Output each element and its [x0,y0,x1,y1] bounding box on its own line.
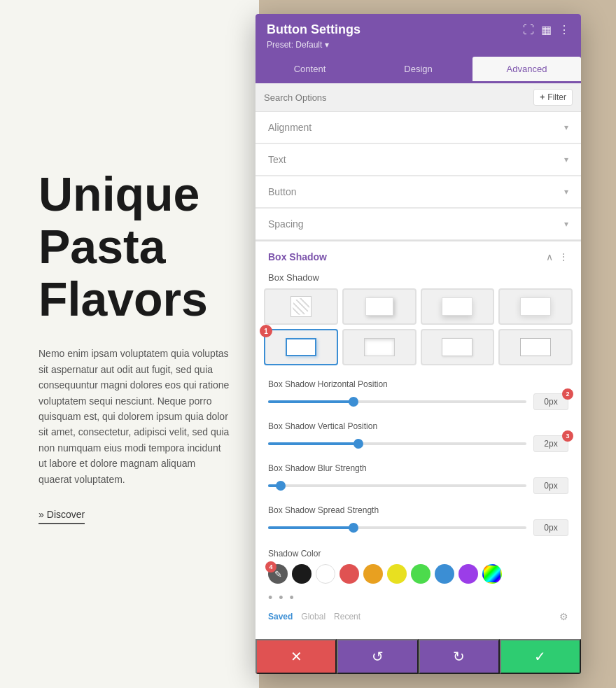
shadow-box-6-preview [442,338,472,356]
swatch-black[interactable] [292,564,312,584]
preset-tab-saved[interactable]: Saved [268,612,293,622]
shadow-box-2-preview [442,297,472,316]
slider-horizontal-value: 0px 2 [533,393,568,410]
slider-blur-strength: Box Shadow Blur Strength 0px [255,458,581,500]
page-content: Unique Pasta Flavors Nemo enim ipsam vol… [0,0,259,688]
preset-row: Saved Global Recent ⚙ [255,608,581,628]
section-text-label: Text [268,154,286,165]
shadow-box-5-preview [364,338,395,356]
undo-button[interactable]: ↺ [337,639,418,674]
shadow-option-none[interactable] [264,288,338,325]
section-spacing[interactable]: Spacing ▾ [255,208,581,240]
swatch-green[interactable] [411,564,430,584]
slider-vertical-position: Box Shadow Vertical Position 2px 3 [255,416,581,458]
more-options-icon[interactable]: ⋮ [559,23,570,36]
gear-icon[interactable]: ⚙ [559,611,568,622]
panel-search: Filter [255,83,581,112]
color-swatches: 4 ✎ [268,564,568,584]
slider-horizontal-position: Box Shadow Horizontal Position 0px 2 [255,374,581,416]
shadow-none-preview [290,296,312,317]
filter-button[interactable]: Filter [533,89,573,106]
swatch-white[interactable] [316,564,335,584]
slider-spread-value: 0px [533,519,568,536]
shadow-option-4[interactable]: 1 [264,329,338,365]
tab-advanced[interactable]: Advanced [472,57,581,83]
shadow-option-5[interactable] [342,329,416,365]
slider-vertical-label: Box Shadow Vertical Position [268,421,568,431]
collapse-icon[interactable]: ∧ [546,251,553,262]
layout-icon[interactable]: ▦ [541,23,552,36]
panel-footer: ✕ ↺ ↻ ✓ [255,639,581,674]
slider-vertical-badge: 3 [562,430,573,442]
swatch-orange[interactable] [363,564,383,584]
more-swatches-button[interactable]: • • • [255,588,581,608]
box-shadow-header: Box Shadow ∧ ⋮ [255,241,581,269]
swatch-blue[interactable] [435,564,454,584]
slider-horizontal-label: Box Shadow Horizontal Position [268,379,568,389]
section-text[interactable]: Text ▾ [255,143,581,176]
panel-body: Alignment ▾ Text ▾ Button ▾ Spacing ▾ Bo… [255,112,581,639]
eyedropper-swatch[interactable]: 4 ✎ [268,564,288,584]
panel-header-icons: ⛶ ▦ ⋮ [523,23,570,36]
shadow-option-4-badge: 1 [260,325,272,337]
box-shadow-title: Box Shadow [268,251,327,262]
cancel-button[interactable]: ✕ [255,639,337,674]
redo-button[interactable]: ↻ [419,639,500,674]
slider-horizontal-badge: 2 [562,388,573,400]
chevron-down-icon: ▾ [564,155,568,164]
shadow-option-6[interactable] [421,329,495,365]
tab-content[interactable]: Content [255,57,364,83]
tab-design[interactable]: Design [364,57,472,83]
section-alignment[interactable]: Alignment ▾ [255,112,581,143]
shadow-option-7[interactable] [498,329,573,365]
swatch-red[interactable] [340,564,359,584]
slider-horizontal-control: 0px 2 [268,393,568,410]
shadow-option-3[interactable] [498,288,573,325]
box-shadow-more-icon[interactable]: ⋮ [559,251,568,262]
section-button-label: Button [268,186,296,197]
discover-link[interactable]: Discover [38,509,85,524]
shadow-box-3-preview [520,297,551,316]
slider-spread-track[interactable] [268,526,526,529]
settings-panel: Button Settings ⛶ ▦ ⋮ Preset: Default Co… [255,14,581,674]
color-label: Shadow Color [268,549,568,559]
shadow-style-grid: 1 [255,288,581,374]
preset-tab-global[interactable]: Global [301,612,326,622]
chevron-down-icon: ▾ [564,122,568,132]
slider-vertical-control: 2px 3 [268,435,568,452]
shadow-box-4-preview [286,338,316,356]
chevron-down-icon: ▾ [564,187,568,197]
fullscreen-icon[interactable]: ⛶ [523,24,534,36]
slider-blur-track[interactable] [268,484,526,487]
swatch-rainbow[interactable] [482,564,502,584]
page-body: Nemo enim ipsam voluptatem quia voluptas… [38,346,231,487]
shadow-option-2[interactable] [421,288,495,325]
page-title: Unique Pasta Flavors [38,168,231,325]
slider-blur-label: Box Shadow Blur Strength [268,463,568,473]
shadow-box-1-preview [365,297,393,316]
slider-horizontal-track[interactable] [268,400,526,403]
panel-header-top: Button Settings ⛶ ▦ ⋮ [267,22,570,37]
slider-vertical-track[interactable] [268,442,526,445]
box-shadow-icons: ∧ ⋮ [546,251,568,262]
preset-tab-recent[interactable]: Recent [334,612,360,622]
slider-blur-control: 0px [268,477,568,494]
section-spacing-label: Spacing [268,218,304,230]
shadow-options-label: Box Shadow [255,269,581,288]
confirm-button[interactable]: ✓ [500,639,581,674]
chevron-down-icon: ▾ [564,219,568,229]
section-alignment-label: Alignment [268,122,312,133]
panel-title: Button Settings [267,22,360,37]
slider-blur-value: 0px [533,477,568,494]
search-input[interactable] [264,92,533,103]
section-button[interactable]: Button ▾ [255,176,581,208]
shadow-option-1[interactable] [342,288,416,325]
box-shadow-section: Box Shadow ∧ ⋮ Box Shadow [255,240,581,639]
panel-tabs: Content Design Advanced [255,57,581,83]
slider-spread-control: 0px [268,519,568,536]
swatch-yellow[interactable] [387,564,407,584]
slider-spread-strength: Box Shadow Spread Strength 0px [255,500,581,542]
shadow-box-7-preview [520,338,551,356]
preset-label[interactable]: Preset: Default [267,40,329,50]
swatch-purple[interactable] [458,564,478,584]
